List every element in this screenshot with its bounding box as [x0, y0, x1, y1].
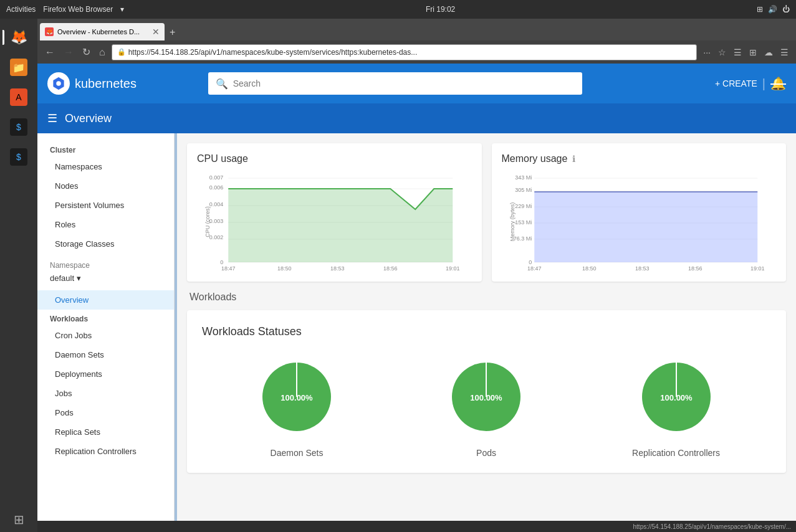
svg-text:18:56: 18:56: [688, 265, 702, 272]
cpu-chart-area: 0.007 0.006 0.004 0.003 0.002 0 CPU (cor…: [197, 172, 472, 272]
status-url: https://54.154.188.25/api/v1/namespaces/…: [633, 523, 791, 530]
page-title: Overview: [65, 112, 112, 125]
svg-text:0.003: 0.003: [209, 218, 224, 224]
library-button[interactable]: ⊞: [747, 45, 759, 60]
k8s-search-bar[interactable]: 🔍: [208, 72, 582, 95]
terminal-icon: $: [10, 118, 27, 136]
k8s-sidebar: Cluster Namespaces Nodes Persistent Volu…: [37, 133, 175, 521]
reader-button[interactable]: ☰: [731, 45, 744, 60]
memory-chart-title: Memory usage ℹ: [502, 153, 777, 164]
tab-title: Overview - Kubernetes D...: [57, 28, 148, 36]
namespace-value: default: [50, 273, 74, 283]
notifications-icon[interactable]: 🔔: [770, 76, 786, 91]
namespace-section: Namespace default ▾: [37, 254, 174, 290]
sync-button[interactable]: ☁: [762, 45, 775, 60]
sidebar-item-nodes[interactable]: Nodes: [37, 176, 174, 196]
k8s-header: kubernetes 🔍 + CREATE | 🔔: [37, 64, 796, 103]
active-tab[interactable]: 🦊 Overview - Kubernetes D... ✕: [40, 23, 165, 40]
memory-chart-area: 343 Mi 305 Mi 229 Mi 153 Mi 76.3 Mi 0 Me…: [502, 172, 777, 272]
svg-text:18:53: 18:53: [330, 265, 345, 272]
svg-text:0: 0: [529, 259, 532, 265]
security-icon: 🔒: [117, 48, 126, 56]
svg-text:0.006: 0.006: [209, 184, 224, 191]
header-divider: |: [762, 77, 765, 91]
replication-controllers-label: Replication Controllers: [632, 448, 720, 458]
volume-icon[interactable]: 🔊: [768, 5, 777, 14]
ubuntu-app-terminal[interactable]: $: [5, 113, 32, 141]
pods-pie-svg: 100.00%: [443, 353, 530, 440]
sidebar-item-pods[interactable]: Pods: [37, 403, 174, 422]
nav-extras: ··· ☆ ☰ ⊞ ☁ ☰: [701, 45, 791, 60]
k8s-logo-text: kubernetes: [75, 77, 137, 91]
sidebar-item-replica-sets[interactable]: Replica Sets: [37, 422, 174, 442]
power-icon[interactable]: ⏻: [782, 5, 790, 14]
k8s-toolbar: ☰ Overview: [37, 103, 796, 133]
replication-controllers-pie-svg: 100.00%: [633, 353, 720, 440]
firefox-icon: 🦊: [11, 29, 27, 45]
files-icon: 📁: [10, 59, 27, 76]
search-icon: 🔍: [216, 78, 228, 90]
more-button[interactable]: ···: [701, 45, 713, 60]
namespace-select[interactable]: default ▾: [50, 273, 161, 283]
memory-info-icon[interactable]: ℹ: [572, 154, 575, 164]
bookmark-button[interactable]: ☆: [716, 45, 729, 60]
kubernetes-app: kubernetes 🔍 + CREATE | 🔔 ☰ Overview: [37, 64, 796, 521]
pie-pods: 100.00% Pods: [443, 353, 530, 458]
sidebar-item-replication-controllers[interactable]: Replication Controllers: [37, 442, 174, 461]
svg-text:0.004: 0.004: [209, 201, 224, 207]
sidebar-item-deployments[interactable]: Deployments: [37, 364, 174, 384]
os-bar-left: Activities Firefox Web Browser ▾: [6, 5, 124, 14]
terminal2-icon: $: [10, 148, 27, 166]
sidebar-item-jobs[interactable]: Jobs: [37, 384, 174, 403]
close-tab-button[interactable]: ✕: [152, 27, 160, 37]
forward-button[interactable]: →: [61, 44, 76, 60]
back-button[interactable]: ←: [42, 44, 57, 60]
reload-button[interactable]: ↻: [80, 44, 93, 60]
network-icon[interactable]: ⊞: [757, 5, 763, 14]
new-tab-button[interactable]: +: [165, 24, 180, 40]
svg-text:CPU (cores): CPU (cores): [204, 207, 211, 238]
home-button[interactable]: ⌂: [97, 44, 108, 60]
svg-text:18:47: 18:47: [221, 265, 236, 272]
ubuntu-app-files[interactable]: 📁: [5, 54, 32, 81]
menu-button[interactable]: ☰: [778, 45, 791, 60]
ubuntu-app-firefox[interactable]: 🦊: [5, 24, 32, 51]
cpu-chart-card: CPU usage 0.007 0.006 0.004 0.003 0.002: [187, 143, 482, 282]
sidebar-item-persistent-volumes[interactable]: Persistent Volumes: [37, 196, 174, 215]
workloads-statuses-card: Workloads Statuses 100.00% Daemon Sets: [187, 310, 786, 473]
svg-text:0.007: 0.007: [209, 174, 224, 181]
hamburger-menu[interactable]: ☰: [47, 112, 57, 125]
workloads-section-label: Workloads: [187, 292, 786, 303]
search-input[interactable]: [233, 78, 575, 88]
svg-text:Memory (bytes): Memory (bytes): [509, 202, 515, 242]
browser-title-label[interactable]: Firefox Web Browser: [43, 5, 113, 14]
pie-charts-row: 100.00% Daemon Sets 100.00%: [202, 353, 771, 458]
os-bar-right: ⊞ 🔊 ⏻: [757, 5, 790, 14]
sidebar-item-cron-jobs[interactable]: Cron Jobs: [37, 326, 174, 345]
svg-point-1: [56, 82, 61, 87]
ubuntu-app-grid[interactable]: ⊞: [14, 512, 24, 527]
svg-text:18:50: 18:50: [277, 265, 292, 272]
create-button[interactable]: + CREATE: [715, 78, 757, 88]
svg-text:18:53: 18:53: [635, 265, 649, 272]
browser-tabs-bar: 🦊 Overview - Kubernetes D... ✕ +: [37, 19, 796, 40]
ubuntu-app-terminal2[interactable]: $: [5, 143, 32, 171]
software-icon: A: [10, 88, 27, 106]
ubuntu-app-software[interactable]: A: [5, 83, 32, 111]
cpu-chart-svg: 0.007 0.006 0.004 0.003 0.002 0 CPU (cor…: [197, 172, 472, 272]
address-bar[interactable]: 🔒 https://54.154.188.25/api/v1/namespace…: [112, 44, 698, 60]
svg-text:18:56: 18:56: [383, 265, 398, 272]
sidebar-item-namespaces[interactable]: Namespaces: [37, 157, 174, 176]
tab-favicon: 🦊: [45, 27, 54, 36]
svg-text:18:50: 18:50: [582, 265, 596, 272]
svg-text:305 Mi: 305 Mi: [515, 187, 532, 193]
activities-label[interactable]: Activities: [6, 5, 36, 14]
sidebar-item-overview[interactable]: Overview: [37, 290, 174, 310]
kubernetes-icon: [51, 76, 66, 91]
sidebar-item-roles[interactable]: Roles: [37, 215, 174, 234]
browser-status-bar: https://54.154.188.25/api/v1/namespaces/…: [37, 521, 796, 532]
sidebar-item-storage-classes[interactable]: Storage Classes: [37, 234, 174, 254]
memory-chart-card: Memory usage ℹ 343 Mi 305 Mi 229 Mi 153 …: [492, 143, 787, 282]
svg-text:343 Mi: 343 Mi: [515, 174, 532, 181]
sidebar-item-daemon-sets[interactable]: Daemon Sets: [37, 345, 174, 364]
